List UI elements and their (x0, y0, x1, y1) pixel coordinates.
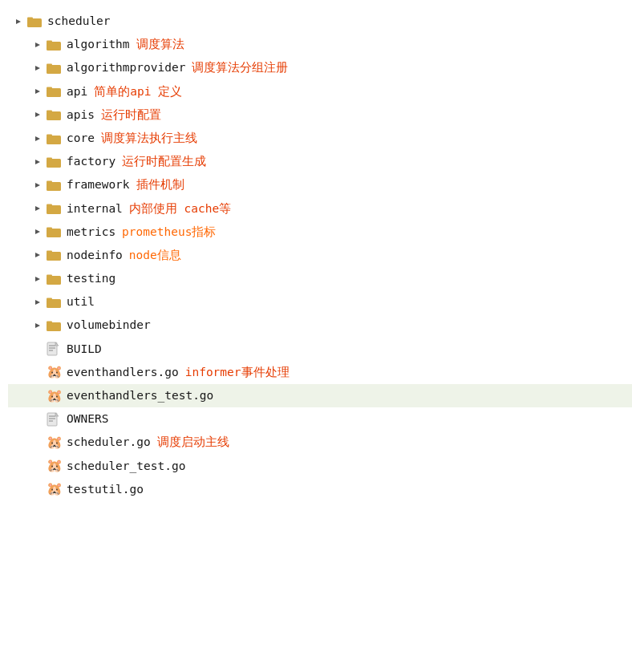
expand-arrow-metrics[interactable] (30, 225, 45, 239)
svg-rect-7 (47, 65, 61, 74)
svg-rect-14 (47, 111, 52, 113)
tree-item-util[interactable]: util (8, 290, 632, 314)
svg-rect-17 (47, 134, 52, 136)
expand-arrow-factory[interactable] (30, 155, 45, 169)
tree-item-metrics[interactable]: metrics prometheus指标 (8, 221, 632, 244)
file-icon-BUILD (47, 342, 63, 356)
expand-arrow-nodeinfo[interactable] (30, 248, 45, 262)
svg-rect-41 (47, 322, 52, 324)
tree-item-api[interactable]: api 简单的api 定义 (8, 80, 632, 103)
tree-item-nodeinfo[interactable]: nodeinfo node信息 (8, 244, 632, 267)
svg-rect-35 (47, 274, 52, 277)
tree-item-OWNERS[interactable]: OWNERS (8, 407, 632, 431)
svg-rect-26 (47, 204, 52, 207)
svg-rect-31 (47, 252, 61, 261)
svg-rect-8 (47, 63, 52, 66)
label-testing: testing (67, 269, 115, 288)
file-icon-eventhandlers_test.go: 🐹 (47, 389, 63, 403)
folder-icon-root (27, 15, 43, 28)
svg-rect-34 (47, 276, 61, 285)
expand-arrow-api[interactable] (30, 84, 45, 99)
svg-marker-27 (35, 229, 40, 234)
tree-item-BUILD[interactable]: BUILD (8, 338, 632, 361)
label-BUILD: BUILD (67, 340, 102, 358)
svg-rect-40 (47, 322, 61, 331)
expand-arrow-root[interactable] (11, 14, 26, 29)
expand-arrow-apis[interactable] (30, 107, 45, 122)
comment-algorithmprovider: 调度算法分组注册 (192, 59, 288, 77)
label-api: api (67, 83, 87, 101)
file-icon-scheduler.go: 🐹 (47, 435, 63, 450)
svg-rect-10 (47, 88, 61, 97)
tree-item-apis[interactable]: apis 运行时配置 (8, 103, 632, 127)
label-metrics: metrics (67, 223, 115, 241)
svg-marker-24 (35, 206, 40, 211)
expand-arrow-volumebinder[interactable] (30, 318, 45, 333)
label-eventhandlers_test.go: eventhandlers_test.go (67, 387, 213, 405)
folder-icon-testing (47, 273, 63, 285)
label-nodeinfo: nodeinfo (67, 246, 123, 265)
tree-item-internal[interactable]: internal 内部使用 cache等 (8, 197, 632, 221)
tree-item-eventhandlers_test.go[interactable]: 🐹 eventhandlers_test.go (8, 384, 632, 407)
expand-arrow-internal[interactable] (30, 201, 45, 216)
svg-rect-32 (47, 251, 52, 253)
label-eventhandlers.go: eventhandlers.go (67, 363, 179, 382)
expand-arrow-testing[interactable] (30, 272, 45, 286)
svg-marker-0 (16, 19, 21, 24)
file-icon-testutil.go: 🐹 (47, 482, 63, 496)
svg-rect-19 (47, 159, 61, 168)
svg-marker-3 (35, 43, 40, 47)
svg-marker-36 (35, 300, 40, 305)
expand-arrow-core[interactable] (30, 132, 45, 146)
comment-api: 简单的api 定义 (94, 83, 182, 101)
svg-marker-33 (35, 277, 40, 281)
tree-item-algorithmprovider[interactable]: algorithmprovider 调度算法分组注册 (8, 56, 632, 79)
svg-rect-2 (27, 17, 33, 19)
tree-item-eventhandlers.go[interactable]: 🐹 eventhandlers.go informer事件处理 (8, 361, 632, 384)
svg-rect-5 (47, 40, 52, 43)
comment-factory: 运行时配置生成 (122, 152, 206, 171)
tree-item-algorithm[interactable]: algorithm 调度算法 (8, 33, 632, 56)
label-OWNERS: OWNERS (67, 410, 108, 428)
tree-item-volumebinder[interactable]: volumebinder (8, 314, 632, 337)
tree-item-scheduler.go[interactable]: 🐹 scheduler.go 调度启动主线 (8, 431, 632, 454)
svg-rect-25 (47, 205, 61, 214)
expand-arrow-util[interactable] (30, 295, 45, 310)
tree-item-testing[interactable]: testing (8, 267, 632, 290)
comment-scheduler.go: 调度启动主线 (157, 433, 229, 451)
tree-item-factory[interactable]: factory 运行时配置生成 (8, 150, 632, 173)
folder-icon-factory (47, 156, 63, 168)
comment-algorithm: 调度算法 (136, 35, 184, 54)
tree-item-core[interactable]: core 调度算法执行主线 (8, 127, 632, 150)
comment-metrics: prometheus指标 (122, 223, 216, 241)
file-icon-scheduler_test.go: 🐹 (47, 459, 63, 473)
label-apis: apis (67, 106, 95, 124)
expand-arrow-framework[interactable] (30, 178, 45, 192)
tree-item-scheduler_test.go[interactable]: 🐹 scheduler_test.go (8, 455, 632, 478)
label-algorithmprovider: algorithmprovider (67, 59, 185, 77)
svg-marker-12 (35, 112, 40, 117)
expand-arrow-algorithm[interactable] (30, 38, 45, 52)
label-factory: factory (67, 152, 115, 171)
svg-marker-30 (35, 253, 40, 257)
svg-rect-11 (47, 87, 52, 90)
folder-icon-apis (47, 108, 63, 121)
folder-icon-api (47, 85, 63, 98)
folder-icon-algorithm (47, 38, 63, 51)
comment-apis: 运行时配置 (101, 106, 161, 124)
svg-rect-1 (27, 18, 42, 27)
expand-arrow-algorithmprovider[interactable] (30, 61, 45, 75)
tree-root[interactable]: scheduler (8, 10, 632, 33)
tree-item-testutil.go[interactable]: 🐹 testutil.go (8, 478, 632, 501)
svg-rect-13 (47, 111, 61, 120)
label-core: core (67, 129, 95, 148)
tree-items-container: algorithm 调度算法 algorithmprovider 调度算法分组注… (8, 33, 632, 501)
label-util: util (67, 293, 95, 311)
svg-marker-9 (35, 89, 40, 94)
svg-marker-15 (35, 136, 40, 141)
folder-icon-volumebinder (47, 319, 63, 332)
comment-internal: 内部使用 cache等 (129, 200, 231, 218)
tree-item-framework[interactable]: framework 插件机制 (8, 173, 632, 196)
folder-icon-metrics (47, 225, 63, 238)
comment-framework: 插件机制 (136, 176, 184, 194)
